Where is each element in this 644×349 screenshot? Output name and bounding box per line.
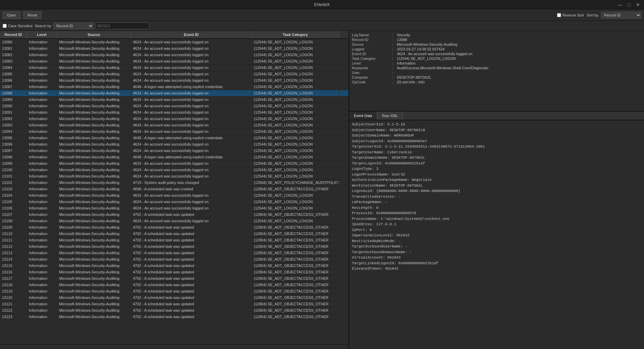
minimize-button[interactable]: — bbox=[616, 2, 624, 7]
table-cell: 4702 - A scheduled task was updated bbox=[131, 256, 252, 262]
table-row[interactable]: 13087InformationMicrosoft-Windows-Securi… bbox=[0, 84, 349, 90]
table-cell: 13083 bbox=[0, 58, 27, 64]
table-cell: 13099 bbox=[0, 160, 27, 166]
reset-button[interactable]: Reset bbox=[23, 11, 42, 19]
table-row[interactable]: 13090InformationMicrosoft-Windows-Securi… bbox=[0, 103, 349, 109]
reverse-sort-checkbox-label[interactable]: Reverse Sort bbox=[557, 13, 584, 17]
table-row[interactable]: 13108InformationMicrosoft-Windows-Securi… bbox=[0, 218, 349, 224]
open-button[interactable]: Open bbox=[3, 11, 20, 19]
table-cell: Information bbox=[27, 96, 57, 103]
detail-tab[interactable]: Event Data bbox=[349, 112, 377, 120]
table-row[interactable]: 13118InformationMicrosoft-Windows-Securi… bbox=[0, 282, 349, 288]
table-cell: Microsoft-Windows-Security-Auditing bbox=[57, 314, 131, 320]
table-cell: (12544) SE_ADT_LOGON_LOGON bbox=[252, 109, 339, 115]
table-cell: Information bbox=[27, 103, 57, 109]
info-key: Computer bbox=[352, 75, 392, 79]
table-row[interactable]: 13100InformationMicrosoft-Windows-Securi… bbox=[0, 167, 349, 173]
col-header-event-id[interactable]: Event ID bbox=[131, 31, 252, 38]
table-row[interactable]: 13112InformationMicrosoft-Windows-Securi… bbox=[0, 243, 349, 250]
table-cell: 13093 bbox=[0, 122, 27, 128]
table-cell: (12544) SE_ADT_LOGON_LOGON bbox=[252, 71, 339, 77]
table-cell: Microsoft-Windows-Security-Auditing bbox=[57, 218, 131, 224]
detail-line: ImpersonationLevel: %%1833 bbox=[352, 233, 641, 238]
info-key: Keywords bbox=[352, 66, 392, 70]
table-row[interactable]: 13088InformationMicrosoft-Windows-Securi… bbox=[0, 90, 349, 96]
maximize-button[interactable]: □ bbox=[627, 2, 632, 7]
search-by-select[interactable]: Record IDLevelSourceEvent IDTask Categor… bbox=[53, 23, 94, 29]
table-row[interactable]: 13094InformationMicrosoft-Windows-Securi… bbox=[0, 128, 349, 135]
horizontal-scrollbar[interactable] bbox=[0, 344, 349, 349]
table-cell: 4624 - An account was successfully logge… bbox=[131, 218, 252, 224]
table-row[interactable]: 13085InformationMicrosoft-Windows-Securi… bbox=[0, 71, 349, 77]
table-row[interactable]: 13120InformationMicrosoft-Windows-Securi… bbox=[0, 295, 349, 301]
table-row[interactable]: 13097InformationMicrosoft-Windows-Securi… bbox=[0, 148, 349, 154]
detail-line: KeyLength: 0 bbox=[352, 205, 641, 211]
table-row[interactable]: 13095InformationMicrosoft-Windows-Securi… bbox=[0, 135, 349, 141]
case-sensitive-checkbox[interactable] bbox=[3, 24, 7, 28]
table-row[interactable]: 13113InformationMicrosoft-Windows-Securi… bbox=[0, 250, 349, 256]
col-header-task-category[interactable]: Task Category bbox=[252, 31, 339, 38]
table-row[interactable]: 13091InformationMicrosoft-Windows-Securi… bbox=[0, 109, 349, 116]
table-row[interactable]: 13083InformationMicrosoft-Windows-Securi… bbox=[0, 58, 349, 65]
table-row[interactable]: 13098InformationMicrosoft-Windows-Securi… bbox=[0, 154, 349, 160]
table-row[interactable]: 13121InformationMicrosoft-Windows-Securi… bbox=[0, 301, 349, 307]
table-row[interactable]: 13084InformationMicrosoft-Windows-Securi… bbox=[0, 65, 349, 71]
table-row[interactable]: 13122InformationMicrosoft-Windows-Securi… bbox=[0, 307, 349, 314]
table-cell: Information bbox=[27, 205, 57, 211]
col-header-record-id[interactable]: Record ID bbox=[0, 31, 27, 38]
table-row[interactable]: 13116InformationMicrosoft-Windows-Securi… bbox=[0, 269, 349, 275]
table-cell: Microsoft-Windows-Security-Auditing bbox=[57, 65, 131, 71]
table-row[interactable]: 13106InformationMicrosoft-Windows-Securi… bbox=[0, 205, 349, 211]
table-cell: 13090 bbox=[0, 103, 27, 109]
table-cell: 13114 bbox=[0, 256, 27, 262]
table-cell: Microsoft-Windows-Security-Auditing bbox=[57, 186, 131, 192]
table-cell: Information bbox=[27, 237, 57, 243]
table-row[interactable]: 13109InformationMicrosoft-Windows-Securi… bbox=[0, 224, 349, 231]
detail-line: RestrictedAdminMode: - bbox=[352, 238, 641, 244]
table-row[interactable]: 13096InformationMicrosoft-Windows-Securi… bbox=[0, 141, 349, 148]
table-cell: 13085 bbox=[0, 71, 27, 77]
col-header-source[interactable]: Source bbox=[57, 31, 131, 38]
table-row[interactable]: 13080InformationMicrosoft-Windows-Securi… bbox=[0, 39, 349, 45]
col-header-level[interactable]: Level bbox=[27, 31, 57, 38]
table-row[interactable]: 13101InformationMicrosoft-Windows-Securi… bbox=[0, 173, 349, 180]
table-row[interactable]: 13103InformationMicrosoft-Windows-Securi… bbox=[0, 186, 349, 192]
table-cell: (12804) SE_ADT_OBJECTACCESS_OTHER bbox=[252, 224, 339, 230]
info-key: User bbox=[352, 71, 392, 75]
table-row[interactable]: 13110InformationMicrosoft-Windows-Securi… bbox=[0, 231, 349, 237]
table-row[interactable]: 13114InformationMicrosoft-Windows-Securi… bbox=[0, 256, 349, 263]
table-row[interactable]: 13089InformationMicrosoft-Windows-Securi… bbox=[0, 96, 349, 103]
table-cell: Microsoft-Windows-Security-Auditing bbox=[57, 154, 131, 160]
table-row[interactable]: 13082InformationMicrosoft-Windows-Securi… bbox=[0, 52, 349, 58]
table-row[interactable]: 13099InformationMicrosoft-Windows-Securi… bbox=[0, 160, 349, 167]
close-button[interactable]: ✕ bbox=[635, 2, 641, 7]
table-row[interactable]: 13115InformationMicrosoft-Windows-Securi… bbox=[0, 263, 349, 269]
table-cell: 4624 - An account was successfully logge… bbox=[131, 128, 252, 134]
table-row[interactable]: 13104InformationMicrosoft-Windows-Securi… bbox=[0, 192, 349, 199]
table-row[interactable]: 13105InformationMicrosoft-Windows-Securi… bbox=[0, 199, 349, 205]
reverse-sort-checkbox[interactable] bbox=[557, 13, 561, 17]
search-input[interactable] bbox=[96, 23, 149, 29]
table-row[interactable]: 13111InformationMicrosoft-Windows-Securi… bbox=[0, 237, 349, 243]
info-row: Log Name : Security bbox=[352, 33, 641, 37]
detail-tab[interactable]: Raw XML bbox=[377, 112, 403, 120]
sort-by-select[interactable]: Record IDLevelSourceEvent IDTask Categor… bbox=[601, 12, 641, 18]
table-row[interactable]: 13107InformationMicrosoft-Windows-Securi… bbox=[0, 211, 349, 218]
table-row[interactable]: 13092InformationMicrosoft-Windows-Securi… bbox=[0, 116, 349, 122]
table-row[interactable]: 13102InformationMicrosoft-Windows-Securi… bbox=[0, 180, 349, 186]
table-row[interactable]: 13119InformationMicrosoft-Windows-Securi… bbox=[0, 288, 349, 295]
table-cell: (12544) SE_ADT_LOGON_LOGON bbox=[252, 154, 339, 160]
table-row[interactable]: 13086InformationMicrosoft-Windows-Securi… bbox=[0, 77, 349, 84]
table-cell: 13115 bbox=[0, 263, 27, 269]
case-sensitive-checkbox-label[interactable]: Case Sensitive bbox=[3, 24, 33, 28]
info-panel: Log Name : SecurityRecord ID : 13088Sour… bbox=[349, 31, 644, 112]
table-row[interactable]: 13117InformationMicrosoft-Windows-Securi… bbox=[0, 275, 349, 282]
table-cell: Information bbox=[27, 307, 57, 313]
table-row[interactable]: 13093InformationMicrosoft-Windows-Securi… bbox=[0, 122, 349, 128]
table-row[interactable]: 13081InformationMicrosoft-Windows-Securi… bbox=[0, 45, 349, 52]
detail-line: IpPort: 0 bbox=[352, 227, 641, 233]
table-body[interactable]: 13080InformationMicrosoft-Windows-Securi… bbox=[0, 39, 349, 344]
table-row[interactable]: 13123InformationMicrosoft-Windows-Securi… bbox=[0, 314, 349, 320]
table-cell: 4702 - A scheduled task was updated bbox=[131, 211, 252, 218]
table-cell: Information bbox=[27, 250, 57, 256]
